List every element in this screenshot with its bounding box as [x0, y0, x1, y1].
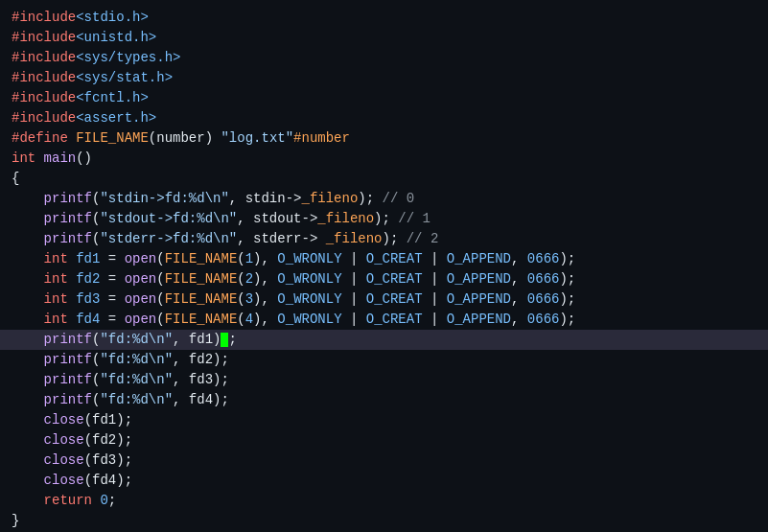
token: , fd1) [173, 330, 221, 350]
token: int [44, 289, 77, 310]
token: int [44, 249, 77, 269]
token: , stdout-> [237, 209, 317, 229]
token [12, 471, 44, 491]
token: 0666 [527, 289, 560, 310]
token: ), [253, 310, 277, 330]
token: close [44, 451, 84, 471]
token: "stdout->fd:%d\n" [100, 209, 237, 229]
token: ( [156, 249, 164, 269]
token: 0666 [527, 310, 560, 330]
token: open [125, 310, 157, 330]
token: _fileno [317, 209, 374, 229]
token: fd3 [76, 289, 100, 310]
token: ( [92, 350, 100, 370]
token: printf [44, 390, 92, 410]
code-line-21: close(fd1); [0, 410, 768, 430]
token: #include [12, 28, 76, 48]
token: return [44, 491, 101, 511]
token: = [100, 269, 124, 289]
token: FILE_NAME [165, 310, 238, 330]
token [12, 189, 44, 209]
token: (fd2); [84, 430, 132, 451]
token: ( [237, 289, 244, 310]
token: O_WRONLY [277, 310, 341, 330]
token: | [423, 269, 447, 289]
token: , fd2); [173, 350, 229, 370]
token: (fd4); [84, 471, 132, 491]
token: O_APPEND [447, 269, 511, 289]
token: 3 [245, 289, 253, 310]
code-line-5: #include<fcntl.h> [0, 88, 768, 108]
token: 0 [100, 491, 107, 511]
token: O_WRONLY [277, 289, 341, 310]
code-line-25: return 0; [0, 491, 768, 511]
token: printf [44, 330, 92, 350]
code-line-23: close(fd3); [0, 451, 768, 471]
token: open [125, 269, 157, 289]
token: | [423, 249, 447, 269]
token: ( [237, 310, 244, 330]
code-line-4: #include<sys/stat.h> [0, 68, 768, 88]
token: ); [559, 269, 575, 289]
token: ( [92, 189, 100, 209]
token: ; [108, 491, 116, 511]
token [12, 269, 44, 289]
token: , fd3); [173, 370, 229, 390]
token: } [12, 511, 19, 531]
token: <stdio.h> [76, 8, 149, 28]
token: = [100, 289, 124, 310]
token: ( [237, 269, 244, 289]
token: printf [44, 229, 92, 249]
token: // 2 [407, 229, 439, 249]
token [12, 370, 44, 390]
token: "stderr->fd:%d\n" [100, 229, 237, 249]
code-line-16: int fd4 = open(FILE_NAME(4), O_WRONLY | … [0, 310, 768, 330]
token: ( [156, 310, 164, 330]
token: #include [12, 68, 76, 88]
token: "stdin->fd:%d\n" [100, 189, 228, 209]
token [12, 451, 44, 471]
token: FILE_NAME [165, 269, 238, 289]
code-line-7: #define FILE_NAME(number) "log.txt"#numb… [0, 128, 768, 149]
token: int [12, 149, 44, 169]
token: printf [44, 370, 92, 390]
token: ); [559, 310, 575, 330]
token: ), [253, 249, 277, 269]
token [12, 310, 44, 330]
token: (fd3); [84, 451, 132, 471]
token: | [342, 269, 366, 289]
token: , [511, 269, 527, 289]
code-line-14: int fd2 = open(FILE_NAME(2), O_WRONLY | … [0, 269, 768, 289]
token: fd1 [76, 249, 100, 269]
token: ); [358, 189, 382, 209]
code-line-18: printf("fd:%d\n", fd2); [0, 350, 768, 370]
token: (number) [149, 128, 221, 149]
code-line-24: close(fd4); [0, 471, 768, 491]
token: , stdin-> [229, 189, 302, 209]
token: <sys/stat.h> [76, 68, 173, 88]
token: // 0 [383, 189, 415, 209]
token: ( [156, 289, 164, 310]
token: , stderr-> [237, 229, 325, 249]
token: | [342, 249, 366, 269]
token: <assert.h> [76, 108, 156, 128]
token: ); [374, 209, 398, 229]
token: fd2 [76, 269, 100, 289]
code-line-10: printf("stdin->fd:%d\n", stdin->_fileno)… [0, 189, 768, 209]
token: close [44, 410, 84, 430]
token: O_WRONLY [277, 249, 341, 269]
token: () [76, 149, 92, 169]
token: 0666 [527, 269, 560, 289]
token [12, 390, 44, 410]
token: | [342, 310, 366, 330]
token [12, 229, 44, 249]
token: "log.txt" [221, 128, 293, 149]
token: ); [559, 289, 575, 310]
token: , fd4); [173, 390, 229, 410]
code-line-20: printf("fd:%d\n", fd4); [0, 390, 768, 410]
token: O_CREAT [366, 289, 423, 310]
code-line-9: { [0, 169, 768, 189]
token: close [44, 430, 84, 451]
token: ( [92, 390, 100, 410]
token: | [423, 310, 447, 330]
